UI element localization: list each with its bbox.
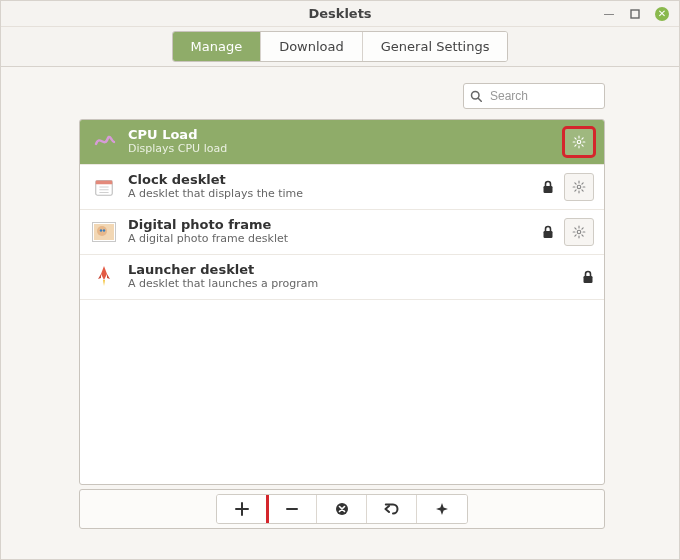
svg-line-2 xyxy=(478,98,481,101)
list-item[interactable]: Digital photo frame A digital photo fram… xyxy=(80,210,604,255)
list-item-actions xyxy=(582,270,594,284)
lock-icon xyxy=(582,270,594,284)
undo-icon xyxy=(384,502,400,516)
close-circle-icon xyxy=(335,502,349,516)
settings-button[interactable] xyxy=(564,128,594,156)
plus-icon xyxy=(235,502,249,516)
undo-button[interactable] xyxy=(367,495,417,523)
list-item-subtitle: Displays CPU load xyxy=(128,143,564,156)
svg-rect-5 xyxy=(96,181,113,185)
tabs-row: Manage Download General Settings xyxy=(1,27,679,67)
list-item-title: Digital photo frame xyxy=(128,218,542,233)
list-item-actions xyxy=(542,218,594,246)
svg-point-17 xyxy=(577,230,581,234)
list-item-actions xyxy=(542,173,594,201)
svg-rect-18 xyxy=(584,276,593,283)
maximize-button[interactable] xyxy=(629,8,641,20)
list-item-text: Digital photo frame A digital photo fram… xyxy=(128,218,542,246)
list-item[interactable]: Clock desklet A desklet that displays th… xyxy=(80,165,604,210)
cpu-icon xyxy=(90,128,118,156)
lock-icon xyxy=(542,225,554,239)
close-button[interactable]: ✕ xyxy=(655,7,669,21)
list-item-text: Launcher desklet A desklet that launches… xyxy=(128,263,582,291)
list-item-title: CPU Load xyxy=(128,128,564,143)
desklets-list[interactable]: CPU Load Displays CPU load Clock desk xyxy=(79,119,605,485)
calendar-icon xyxy=(90,173,118,201)
list-item-title: Launcher desklet xyxy=(128,263,582,278)
window-controls: — ✕ xyxy=(603,7,679,21)
photo-icon xyxy=(90,218,118,246)
list-item-text: Clock desklet A desklet that displays th… xyxy=(128,173,542,201)
tab-download[interactable]: Download xyxy=(261,32,363,61)
minimize-button[interactable]: — xyxy=(603,8,615,20)
tabs: Manage Download General Settings xyxy=(172,31,509,62)
svg-rect-16 xyxy=(544,231,553,238)
svg-point-3 xyxy=(577,140,581,144)
delete-button[interactable] xyxy=(317,495,367,523)
settings-button[interactable] xyxy=(564,218,594,246)
window-title: Desklets xyxy=(1,6,679,21)
search-wrap xyxy=(463,83,605,109)
list-item-subtitle: A desklet that displays the time xyxy=(128,188,542,201)
remove-button[interactable] xyxy=(267,495,317,523)
search-field[interactable] xyxy=(463,83,605,109)
list-item-actions xyxy=(564,128,594,156)
list-item[interactable]: Launcher desklet A desklet that launches… xyxy=(80,255,604,300)
desklets-window: Desklets — ✕ Manage Download General Set… xyxy=(0,0,680,560)
lock-icon xyxy=(542,180,554,194)
list-item[interactable]: CPU Load Displays CPU load xyxy=(80,120,604,165)
svg-point-10 xyxy=(577,185,581,189)
list-item-title: Clock desklet xyxy=(128,173,542,188)
settings-button[interactable] xyxy=(564,173,594,201)
toolbar xyxy=(79,489,605,529)
defaults-button[interactable] xyxy=(417,495,467,523)
add-button[interactable] xyxy=(217,495,267,523)
search-icon xyxy=(470,90,482,102)
search-input[interactable] xyxy=(488,88,598,104)
svg-rect-9 xyxy=(544,186,553,193)
gear-icon xyxy=(572,225,586,239)
list-item-subtitle: A desklet that launches a program xyxy=(128,278,582,291)
gear-icon xyxy=(572,135,586,149)
titlebar: Desklets — ✕ xyxy=(1,1,679,27)
list-item-subtitle: A digital photo frame desklet xyxy=(128,233,542,246)
toolbar-group xyxy=(216,494,468,524)
svg-point-14 xyxy=(100,229,102,231)
svg-rect-0 xyxy=(631,10,639,18)
list-item-text: CPU Load Displays CPU load xyxy=(128,128,564,156)
tab-page-manage: CPU Load Displays CPU load Clock desk xyxy=(1,67,679,559)
tab-general-settings[interactable]: General Settings xyxy=(363,32,508,61)
minus-icon xyxy=(285,502,299,516)
sparkle-icon xyxy=(435,502,449,516)
tab-manage[interactable]: Manage xyxy=(173,32,262,61)
svg-point-15 xyxy=(103,229,105,231)
gear-icon xyxy=(572,180,586,194)
rocket-icon xyxy=(90,263,118,291)
